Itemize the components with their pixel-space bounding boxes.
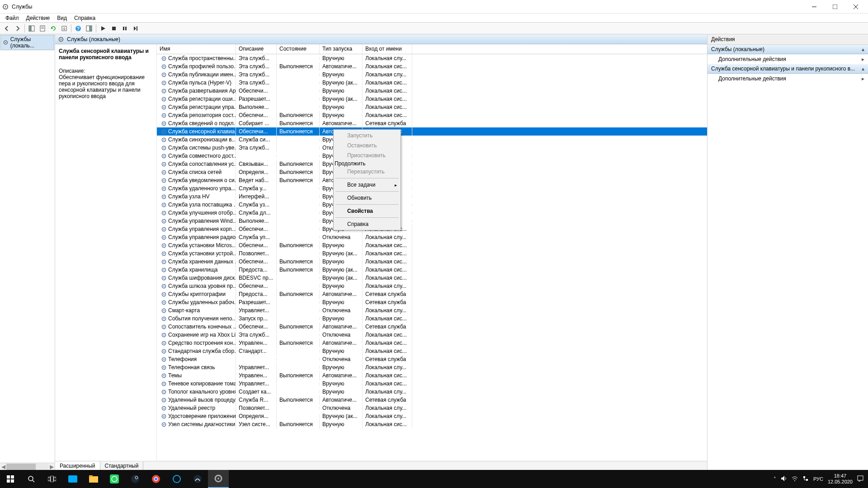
properties-button[interactable] bbox=[38, 23, 47, 33]
service-row[interactable]: ТелефонияОтключенаСетевая служба bbox=[157, 355, 707, 363]
service-row[interactable]: Служба сведений о подкл...Собирает ...Вы… bbox=[157, 119, 707, 127]
service-row[interactable]: Служба уведомления о си...Ведет наб...Вы… bbox=[157, 176, 707, 184]
ctx-stop[interactable]: Остановить bbox=[335, 141, 400, 150]
service-row[interactable]: Средство построения кон...Управлен...Вып… bbox=[157, 339, 707, 347]
collapse-icon[interactable]: ▴ bbox=[862, 46, 864, 52]
service-row[interactable]: Служба узла HVИнтерфей...Вруч bbox=[157, 192, 707, 201]
col-header-name[interactable]: Имя bbox=[157, 44, 236, 54]
pause-service-button[interactable] bbox=[120, 23, 130, 33]
ctx-help[interactable]: Справка bbox=[335, 219, 400, 229]
menu-action[interactable]: Действие bbox=[23, 14, 54, 22]
service-row[interactable]: Служба сопоставления ус...Связыван...Вып… bbox=[157, 160, 707, 168]
service-row[interactable]: Служба улучшения отобр...Служба дл...Вру… bbox=[157, 209, 707, 217]
service-row[interactable]: Служба публикации имен...Эта служб...Вру… bbox=[157, 70, 707, 79]
service-row[interactable]: Служба управления радиоСлужба уп...Отклю… bbox=[157, 233, 707, 241]
col-header-start[interactable]: Тип запуска bbox=[320, 44, 363, 54]
col-header-state[interactable]: Состояние bbox=[277, 44, 320, 54]
tray-notifications-icon[interactable] bbox=[857, 475, 863, 483]
tray-volume-icon[interactable] bbox=[781, 475, 787, 483]
help-button[interactable]: ? bbox=[73, 23, 83, 33]
refresh-button[interactable] bbox=[48, 23, 58, 33]
service-row[interactable]: Службы криптографииПредоста...Выполняетс… bbox=[157, 290, 707, 298]
minimize-button[interactable] bbox=[804, 0, 825, 14]
stop-service-button[interactable] bbox=[109, 23, 119, 33]
service-row[interactable]: ТемыУправлен...ВыполняетсяАвтоматиче...Л… bbox=[157, 371, 707, 380]
service-row[interactable]: Служба хранилищаПредоста...ВыполняетсяВр… bbox=[157, 266, 707, 274]
service-row[interactable]: Служба сенсорной клавиа...Обеспечи...Вып… bbox=[157, 127, 707, 136]
service-row[interactable]: События получения непо...Запуск пр...Вру… bbox=[157, 314, 707, 323]
service-row[interactable]: Узел системы диагностикиУзел систе...Вып… bbox=[157, 420, 707, 428]
tree-root-item[interactable]: Службы (локаль... bbox=[0, 35, 54, 50]
service-row[interactable]: Служба пространственны...Эта служб...Вру… bbox=[157, 54, 707, 62]
service-row[interactable]: Стандартная служба сбор...Стандарт...Вру… bbox=[157, 347, 707, 355]
taskbar-app-chrome[interactable] bbox=[146, 470, 166, 488]
show-hide-tree-button[interactable] bbox=[27, 23, 37, 33]
menu-view[interactable]: Вид bbox=[53, 14, 71, 22]
service-row[interactable]: Телефонная связьУправляет...ВручнуюЛокал… bbox=[157, 363, 707, 371]
service-row[interactable]: Служба узла поставщика ...Служба уз...Вр… bbox=[157, 201, 707, 209]
service-row[interactable]: Служба системы push-уве...Эта служб...От… bbox=[157, 144, 707, 152]
col-header-desc[interactable]: Описание bbox=[236, 44, 277, 54]
service-row[interactable]: Служба хранения данных ...Обеспечи...Вып… bbox=[157, 258, 707, 266]
taskbar-app-explorer[interactable] bbox=[83, 470, 104, 488]
service-row[interactable]: Служба установки Micros...Обеспечи...Вып… bbox=[157, 241, 707, 249]
actions-item-more1[interactable]: Дополнительные действия ▸ bbox=[708, 54, 868, 64]
service-row[interactable]: Служба шлюза уровня пр...Обеспечи...Вруч… bbox=[157, 282, 707, 290]
taskbar-app-generic1[interactable] bbox=[166, 470, 187, 488]
service-row[interactable]: Теневое копирование томаУправляет...Вруч… bbox=[157, 380, 707, 388]
service-row[interactable]: Служба регистрации упра...Выполняе...Вру… bbox=[157, 103, 707, 111]
maximize-button[interactable] bbox=[825, 0, 845, 14]
service-row[interactable]: Служба совместного дост...Вруч bbox=[157, 152, 707, 160]
service-row[interactable]: Удостоверение приложени...Определя...Вру… bbox=[157, 412, 707, 420]
ctx-all-tasks[interactable]: Все задачи bbox=[335, 180, 400, 190]
ctx-resume[interactable]: Продолжить bbox=[335, 160, 400, 167]
ctx-pause[interactable]: Приостановить bbox=[335, 150, 400, 160]
service-row[interactable]: Тополог канального уровняСоздает ка...Вр… bbox=[157, 388, 707, 396]
ctx-restart[interactable]: Перезапустить bbox=[335, 167, 400, 177]
tray-clock[interactable]: 18:47 12.05.2020 bbox=[828, 473, 853, 485]
tray-network-icon[interactable] bbox=[802, 475, 809, 483]
ctx-start[interactable]: Запустить bbox=[335, 131, 400, 141]
tab-standard[interactable]: Стандартный bbox=[100, 461, 144, 470]
taskbar-app-whatsapp[interactable] bbox=[104, 470, 125, 488]
ctx-properties[interactable]: Свойства bbox=[335, 206, 400, 216]
restart-service-button[interactable] bbox=[131, 23, 141, 33]
service-row[interactable]: Служба регистрации оши...Разрешает...Вру… bbox=[157, 95, 707, 103]
taskbar-app-services[interactable] bbox=[208, 470, 229, 488]
tray-wifi-icon[interactable] bbox=[792, 475, 798, 483]
task-view-button[interactable] bbox=[42, 470, 62, 488]
service-row[interactable]: Служба профилей пользо...Эта служб...Вып… bbox=[157, 62, 707, 70]
taskbar-app-steam[interactable] bbox=[125, 470, 146, 488]
collapse-icon[interactable]: ▴ bbox=[862, 66, 864, 72]
back-button[interactable] bbox=[2, 23, 12, 33]
service-row[interactable]: Служба управления корп...Обеспечи...Вруч… bbox=[157, 225, 707, 233]
tab-extended[interactable]: Расширенный bbox=[55, 461, 100, 470]
service-row[interactable]: Служба репозитория сост...Обеспечи...Вып… bbox=[157, 111, 707, 119]
service-row[interactable]: Удаленный реестрПозволяет...ОтключенаЛок… bbox=[157, 404, 707, 412]
tray-expand-icon[interactable]: ˄ bbox=[774, 476, 776, 482]
menu-help[interactable]: Справка bbox=[71, 14, 99, 22]
col-header-logon[interactable]: Вход от имени bbox=[363, 44, 412, 54]
start-service-button[interactable] bbox=[98, 23, 108, 33]
service-row[interactable]: Служба пульса (Hyper-V)Эта служб...Вручн… bbox=[157, 79, 707, 87]
service-row[interactable]: Удаленный вызов процеду...Служба R...Вып… bbox=[157, 396, 707, 404]
show-action-pane-button[interactable] bbox=[84, 23, 94, 33]
actions-item-more2[interactable]: Дополнительные действия ▸ bbox=[708, 74, 868, 84]
list-rows[interactable]: Служба пространственны...Эта служб...Вру… bbox=[157, 54, 707, 461]
forward-button[interactable] bbox=[13, 23, 23, 33]
service-row[interactable]: Сохранение игр на Xbox Li...Эта служб...… bbox=[157, 331, 707, 339]
service-row[interactable]: Смарт-картаУправляет...ОтключенаЛокальна… bbox=[157, 306, 707, 314]
service-row[interactable]: Служба управления Wind...Выполняе...Вруч bbox=[157, 217, 707, 225]
search-button[interactable] bbox=[21, 470, 42, 488]
menu-file[interactable]: Файл bbox=[2, 14, 23, 22]
service-row[interactable]: Службы удаленных рабоч...Разрешает...Вру… bbox=[157, 298, 707, 306]
service-row[interactable]: Служба шифрования диск...BDESVC пр...Вру… bbox=[157, 274, 707, 282]
service-row[interactable]: Служба установки устрой...Позволяет...Вр… bbox=[157, 249, 707, 258]
service-row[interactable]: Служба удаленного упра...Служба у...Вруч bbox=[157, 184, 707, 192]
start-button[interactable] bbox=[0, 470, 21, 488]
tree-hscroll[interactable]: ◀ ▶ bbox=[0, 463, 55, 470]
tray-lang[interactable]: РУС bbox=[813, 476, 823, 482]
taskbar-app-mail[interactable] bbox=[62, 470, 83, 488]
taskbar-app-generic2[interactable] bbox=[187, 470, 208, 488]
ctx-refresh[interactable]: Обновить bbox=[335, 193, 400, 203]
